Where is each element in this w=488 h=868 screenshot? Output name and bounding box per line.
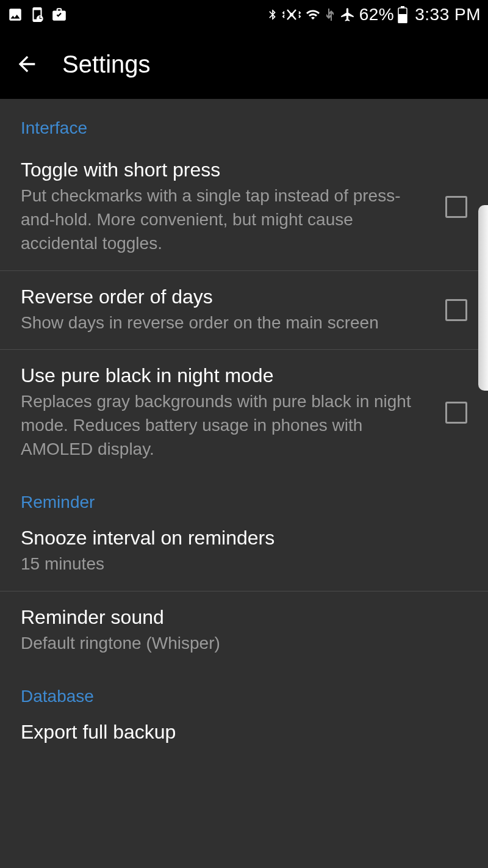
setting-subtitle: Put checkmarks with a single tap instead… (21, 184, 433, 256)
toolbar: Settings (0, 29, 488, 99)
setting-title: Snooze interval on reminders (21, 527, 455, 549)
scroll-indicator[interactable] (478, 205, 488, 391)
setting-subtitle: Default ringtone (Whisper) (21, 631, 455, 655)
setting-title: Export full backup (21, 721, 455, 743)
section-header-reminder: Reminder (0, 476, 488, 518)
wifi-icon (304, 7, 321, 22)
setting-subtitle: 15 minutes (21, 552, 455, 576)
checkbox[interactable] (445, 299, 467, 321)
settings-content: Interface Toggle with short press Put ch… (0, 99, 488, 746)
setting-title: Reminder sound (21, 606, 455, 629)
page-title: Settings (62, 51, 151, 78)
setting-title: Toggle with short press (21, 159, 433, 181)
setting-title: Reverse order of days (21, 286, 433, 308)
clock-time: 3:33 PM (415, 5, 481, 24)
checkbox[interactable] (445, 196, 467, 218)
battery-icon (398, 6, 407, 23)
setting-pure-black[interactable]: Use pure black in night mode Replaces gr… (0, 350, 488, 476)
svg-point-1 (290, 13, 293, 16)
setting-toggle-short-press[interactable]: Toggle with short press Put checkmarks w… (0, 144, 488, 271)
setting-snooze-interval[interactable]: Snooze interval on reminders 15 minutes (0, 518, 488, 591)
setting-title: Use pure black in night mode (21, 364, 433, 387)
section-header-database: Database (0, 670, 488, 712)
status-right: 62% 3:33 PM (267, 5, 481, 24)
vibrate-icon (282, 7, 301, 23)
airplane-icon (340, 7, 356, 23)
device-clock-icon (29, 7, 45, 23)
bluetooth-icon (267, 7, 279, 23)
setting-reverse-order[interactable]: Reverse order of days Show days in rever… (0, 271, 488, 350)
section-header-interface: Interface (0, 101, 488, 144)
checkbox[interactable] (445, 402, 467, 424)
briefcase-check-icon (51, 7, 67, 23)
status-bar: 62% 3:33 PM (0, 0, 488, 29)
status-left-icons (7, 7, 67, 23)
battery-percent: 62% (359, 5, 395, 24)
setting-subtitle: Show days in reverse order on the main s… (21, 311, 433, 335)
svg-rect-4 (398, 14, 407, 23)
back-button[interactable] (15, 52, 39, 76)
image-icon (7, 7, 23, 23)
setting-export-backup[interactable]: Export full backup (0, 712, 488, 746)
data-icon (325, 7, 336, 22)
setting-reminder-sound[interactable]: Reminder sound Default ringtone (Whisper… (0, 591, 488, 670)
setting-subtitle: Replaces gray backgrounds with pure blac… (21, 389, 433, 461)
